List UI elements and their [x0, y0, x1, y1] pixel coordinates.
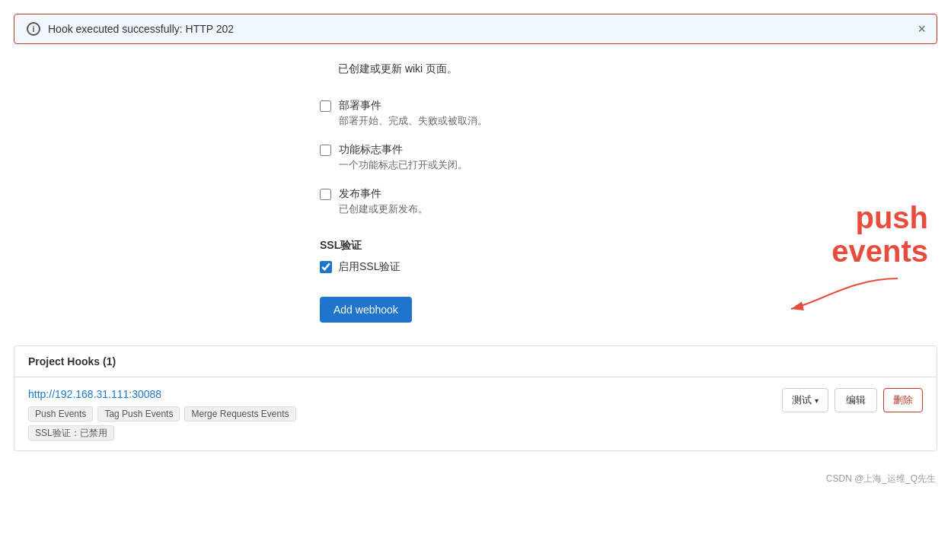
wiki-section: 已创建或更新 wiki 页面。	[320, 52, 951, 91]
hook-left: http://192.168.31.111:30088 Push Events …	[28, 388, 767, 440]
deploy-event-checkbox[interactable]	[320, 100, 331, 112]
main-content: 已创建或更新 wiki 页面。 部署事件 部署开始、完成、失败或被取消。 功能标…	[0, 52, 951, 345]
deploy-event-row: 部署事件 部署开始、完成、失败或被取消。	[320, 91, 951, 135]
ssl-title: SSL验证	[320, 239, 951, 253]
hook-right: 测试 ▾ 编辑 删除	[782, 388, 923, 412]
info-icon: i	[27, 22, 40, 36]
alert-message: Hook executed successfully: HTTP 202	[48, 23, 234, 35]
csdn-watermark: CSDN @上海_运维_Q先生	[0, 466, 951, 492]
hook-tag-push-events: Push Events	[28, 406, 93, 422]
ssl-label[interactable]: 启用SSL验证	[338, 260, 401, 274]
test-button[interactable]: 测试 ▾	[782, 388, 828, 412]
deploy-event-label: 部署事件	[339, 99, 487, 113]
ssl-checkbox[interactable]	[320, 261, 332, 273]
project-hooks-container: Project Hooks (1) http://192.168.31.111:…	[14, 345, 937, 451]
release-event-label: 发布事件	[339, 187, 428, 201]
hook-url[interactable]: http://192.168.31.111:30088	[28, 388, 767, 400]
hook-item: http://192.168.31.111:30088 Push Events …	[14, 377, 937, 450]
release-event-row: 发布事件 已创建或更新发布。	[320, 180, 951, 224]
alert-banner: i Hook executed successfully: HTTP 202 ×	[14, 14, 937, 44]
chevron-down-icon: ▾	[815, 396, 819, 405]
delete-button[interactable]: 删除	[883, 388, 923, 412]
hook-tag-merge-requests: Merge Requests Events	[184, 406, 295, 422]
ssl-section: SSL验证 启用SSL验证	[320, 239, 951, 282]
wiki-description: 已创建或更新 wiki 页面。	[338, 62, 458, 75]
feature-flag-event-checkbox[interactable]	[320, 145, 331, 156]
add-webhook-button[interactable]: Add webhook	[320, 297, 412, 323]
edit-button[interactable]: 编辑	[835, 388, 877, 412]
feature-flag-event-label: 功能标志事件	[339, 143, 468, 157]
alert-close-button[interactable]: ×	[917, 22, 926, 36]
release-event-description: 已创建或更新发布。	[339, 202, 428, 216]
ssl-checkbox-row: 启用SSL验证	[320, 260, 951, 274]
hooks-wrapper: push events Project Hooks (1) http://192…	[0, 345, 951, 451]
deploy-event-description: 部署开始、完成、失败或被取消。	[339, 114, 487, 128]
feature-flag-event-row: 功能标志事件 一个功能标志已打开或关闭。	[320, 135, 951, 180]
project-hooks-header: Project Hooks (1)	[14, 346, 937, 377]
release-event-checkbox[interactable]	[320, 189, 331, 200]
hook-tag-tag-push-events: Tag Push Events	[97, 406, 180, 422]
feature-flag-event-description: 一个功能标志已打开或关闭。	[339, 158, 468, 172]
hook-ssl-tag: SSL验证：已禁用	[28, 425, 114, 441]
hook-tags: Push Events Tag Push Events Merge Reques…	[28, 406, 767, 422]
